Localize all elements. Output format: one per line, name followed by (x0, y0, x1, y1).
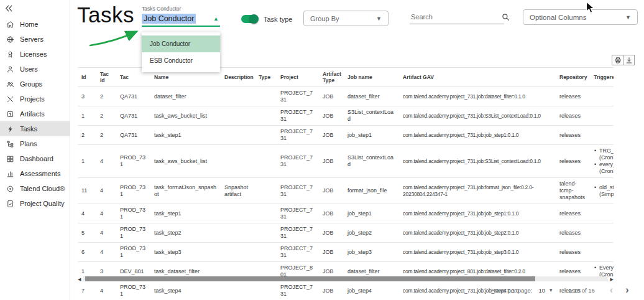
sidebar-item-artifacts[interactable]: Artifacts (0, 106, 70, 121)
column-header-project[interactable]: Project (277, 68, 319, 87)
sidebar-item-tasks[interactable]: Tasks (0, 121, 70, 136)
conductor-option-esb-conductor[interactable]: ESB Conductor (142, 52, 220, 69)
conductor-value-row[interactable]: Job Conductor ▲ (142, 12, 220, 27)
sidebar-item-home[interactable]: Home (0, 17, 70, 32)
chevron-down-icon: ▼ (376, 16, 382, 22)
cell-description (221, 145, 255, 178)
scrollbar-track[interactable] (83, 276, 608, 281)
sidebar-item-dashboard[interactable]: Dashboard (0, 151, 70, 166)
scroll-left-arrow[interactable]: ◀ (78, 276, 83, 282)
cell-tac: PROD_731 (116, 223, 150, 243)
search-input[interactable] (410, 13, 502, 21)
conductor-select[interactable]: Tasks Conductor Job Conductor ▲ Job Cond… (142, 6, 220, 27)
toggle-knob (249, 14, 259, 24)
sidebar-item-users[interactable]: Users (0, 62, 70, 77)
sidebar-item-talend-cloud[interactable]: Talend Cloud® (0, 181, 70, 196)
cell-artifact-gav: com.talend.academy.project_731.job:job_s… (399, 204, 556, 223)
cell-tac: PROD_731 (116, 281, 150, 300)
column-header-triggers[interactable]: Triggers (590, 68, 614, 87)
cell-tac: PROD_731 (116, 243, 150, 262)
cell-job-name: job_step1 (344, 126, 399, 145)
cell-tac-id: 4 (96, 243, 116, 262)
search-icon[interactable] (502, 13, 510, 21)
cell-artifact-gav: com.talend.academy.project_731.job:datas… (399, 87, 556, 106)
column-header-artifact-gav[interactable]: Artifact GAV (399, 68, 556, 87)
cell-tac-id: 2 (96, 106, 116, 126)
sidebar-item-projects[interactable]: Projects (0, 91, 70, 106)
table-row[interactable]: 114PROD_731task_formatJson_snpashotSnpas… (78, 178, 614, 204)
table-row[interactable]: 64PROD_731task_step3PROJECT_731JOBjob_st… (78, 243, 614, 262)
column-header-repository[interactable]: Repository (556, 68, 590, 87)
column-header-id[interactable]: Id (78, 68, 96, 87)
cell-triggers (590, 204, 614, 223)
print-button[interactable] (612, 55, 623, 65)
rows-per-page-select[interactable]: 10 ▼ (539, 287, 554, 294)
search-box (410, 10, 504, 24)
scroll-right-arrow[interactable]: ▶ (608, 276, 614, 282)
cell-type (255, 87, 277, 106)
column-header-tac-id[interactable]: Tac Id (96, 68, 116, 87)
sidebar-item-assessments[interactable]: Assessments (0, 166, 70, 181)
prev-page-button[interactable]: ‹ (610, 286, 613, 294)
task-type-label: Task type (264, 16, 292, 23)
sidebar-nav: HomeServersLicensesUsersGroupsProjectsAr… (0, 17, 70, 211)
page-title: Tasks (77, 2, 134, 27)
cell-repository: releases (556, 145, 590, 178)
sidebar-item-servers[interactable]: Servers (0, 32, 70, 47)
table-toolbar (612, 55, 635, 65)
pagination: Rows per page: 10 ▼ 1-10 of 16 ‹ › (491, 286, 629, 294)
table-row[interactable]: 22QA731task_step1PROJECT_731JOBjob_step1… (78, 126, 614, 145)
task-type-toggle[interactable] (241, 15, 258, 23)
sidebar-item-groups[interactable]: Groups (0, 77, 70, 91)
sidebar-item-label: Artifacts (20, 110, 45, 118)
artifact-icon (6, 110, 14, 118)
cell-name: task_step1 (150, 126, 221, 145)
horizontal-scrollbar[interactable]: ◀ ▶ (78, 276, 614, 282)
cell-artifact-gav: com.talend.academy.project_731.job:job_s… (399, 126, 556, 145)
sidebar-collapse-button[interactable] (4, 4, 14, 14)
cell-artifact-type: JOB (319, 145, 344, 178)
cell-tac-id: 4 (96, 204, 116, 223)
conductor-value: Job Conductor (142, 14, 196, 24)
table-row[interactable]: 32QA731dataset_filterPROJECT_731JOBdatas… (78, 87, 614, 106)
cell-job-name: job_step1 (344, 204, 399, 223)
cell-tac-id: 4 (96, 178, 116, 204)
conductor-option-job-conductor[interactable]: Job Conductor (142, 35, 220, 52)
optional-columns-select[interactable]: Optional Columns ▼ (523, 9, 638, 25)
tasks-table-el: IdTac IdTacNameDescriptionTypeProjectArt… (78, 67, 614, 300)
column-header-job-name[interactable]: Job name (344, 68, 399, 87)
cell-type (255, 243, 277, 262)
rows-per-page-label: Rows per page: (491, 287, 533, 294)
sidebar-item-label: Groups (20, 80, 42, 88)
cell-tac: PROD_731 (116, 178, 150, 204)
cell-tac: QA731 (116, 106, 150, 126)
next-page-button[interactable]: › (625, 286, 628, 294)
sidebar-item-licenses[interactable]: Licenses (0, 47, 70, 62)
group-by-select[interactable]: Group By ▼ (303, 11, 389, 26)
chevron-down-icon: ▼ (625, 14, 631, 21)
table-row[interactable]: 14PROD_731task_aws_bucket_listPROJECT_73… (78, 145, 614, 178)
chevron-up-icon: ▲ (213, 16, 219, 22)
table-row[interactable]: 44PROD_731task_step1PROJECT_731JOBjob_st… (78, 204, 614, 223)
column-header-artifact-type[interactable]: Artifact Type (319, 68, 344, 87)
chevron-down-icon: ▼ (548, 288, 553, 293)
scrollbar-thumb[interactable] (85, 276, 535, 281)
table-row[interactable]: 54PROD_731task_step2PROJECT_731JOBjob_st… (78, 223, 614, 243)
cell-job-name: dataset_filter (344, 87, 399, 106)
sidebar-item-project-quality[interactable]: Project Quality (0, 196, 70, 211)
grid-icon (6, 155, 14, 163)
page-range-label: 1-10 of 16 (568, 287, 595, 294)
cell-id: 1 (78, 106, 96, 126)
cell-id: 2 (78, 126, 96, 145)
export-download-button[interactable] (623, 55, 635, 65)
table-row[interactable]: 12QA731task_aws_bucket_listPROJECT_731JO… (78, 106, 614, 126)
cell-project: PROJECT_731 (277, 204, 319, 223)
sidebar-item-plans[interactable]: Plans (0, 136, 70, 151)
column-header-description[interactable]: Description (221, 68, 255, 87)
cell-name: task_aws_bucket_list (150, 145, 221, 178)
cell-description (221, 106, 255, 126)
column-header-type[interactable]: Type (255, 68, 277, 87)
cell-job-name: job_step4 (344, 281, 399, 300)
cell-type (255, 281, 277, 300)
cell-description (221, 204, 255, 223)
